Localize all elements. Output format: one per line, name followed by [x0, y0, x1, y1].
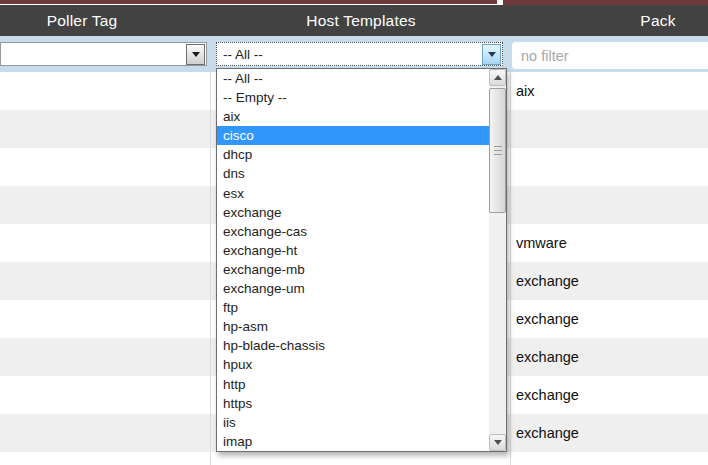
arrow-down-glyph — [488, 52, 496, 57]
poller-tag-cell — [0, 452, 211, 465]
dropdown-option[interactable]: -- Empty -- — [217, 88, 489, 107]
dropdown-option[interactable]: imap — [217, 432, 489, 451]
poller-tag-cell — [0, 300, 211, 338]
poller-tag-cell — [0, 376, 211, 414]
pack-cell: aix — [511, 72, 708, 110]
dropdown-option[interactable]: iis — [217, 413, 489, 432]
pack-cell: exchange — [511, 300, 708, 338]
pack-filter-input[interactable] — [512, 42, 708, 69]
host-templates-dropdown-list: -- All -- -- Empty -- aix cisco dhcp dns… — [216, 68, 507, 452]
host-templates-filter-select[interactable]: -- All -- — [216, 42, 503, 66]
table-header: Poller Tag Host Templates Pack — [0, 5, 708, 36]
arrow-down-icon — [494, 440, 502, 445]
pack-cell: exchange — [511, 376, 708, 414]
poller-tag-cell — [0, 338, 211, 376]
dropdown-arrow-icon[interactable] — [186, 44, 205, 65]
dropdown-option[interactable]: exchange-cas — [217, 222, 489, 241]
dropdown-option[interactable]: dhcp — [217, 145, 489, 164]
pack-cell — [511, 186, 708, 224]
dropdown-scrollbar[interactable] — [489, 69, 506, 451]
table-row[interactable] — [0, 452, 708, 465]
dropdown-option[interactable]: hp-blade-chassis — [217, 336, 489, 355]
scroll-up-button[interactable] — [489, 69, 506, 86]
host-template-cell — [211, 452, 511, 465]
poller-tag-cell — [0, 262, 211, 300]
poller-tag-cell — [0, 148, 211, 186]
dropdown-option[interactable]: esx — [217, 184, 489, 203]
host-list-table: Poller Tag Host Templates Pack -- All --… — [0, 0, 708, 465]
pack-cell: vmware — [511, 224, 708, 262]
dropdown-options: -- All -- -- Empty -- aix cisco dhcp dns… — [217, 69, 489, 451]
dropdown-option[interactable]: cisco — [217, 126, 489, 145]
dropdown-option[interactable]: https — [217, 394, 489, 413]
scrollbar-thumb[interactable] — [489, 88, 506, 213]
column-header-pack[interactable]: Pack — [608, 5, 708, 36]
dropdown-option[interactable]: exchange — [217, 203, 489, 222]
scroll-down-button[interactable] — [489, 434, 506, 451]
dropdown-arrow-icon[interactable] — [482, 44, 501, 65]
poller-tag-filter-select[interactable] — [0, 42, 207, 66]
dropdown-option[interactable]: ftp — [217, 298, 489, 317]
dropdown-option[interactable]: dns — [217, 164, 489, 183]
poller-tag-cell — [0, 110, 211, 148]
arrow-down-glyph — [192, 52, 200, 57]
dropdown-option[interactable]: -- All -- — [217, 69, 489, 88]
poller-tag-cell — [0, 414, 211, 452]
dropdown-option[interactable]: exchange-mb — [217, 260, 489, 279]
pack-cell — [511, 148, 708, 186]
poller-tag-cell — [0, 72, 211, 110]
filter-row: -- All -- — [0, 36, 708, 72]
poller-tag-cell — [0, 224, 211, 262]
column-header-host-templates[interactable]: Host Templates — [211, 5, 511, 36]
pack-cell: exchange — [511, 338, 708, 376]
pack-cell: exchange — [511, 414, 708, 452]
dropdown-option[interactable]: aix — [217, 107, 489, 126]
pack-cell — [511, 452, 708, 465]
dropdown-option[interactable]: http — [217, 375, 489, 394]
dropdown-option[interactable]: exchange-um — [217, 279, 489, 298]
host-templates-filter-value: -- All -- — [217, 44, 482, 65]
scrollbar-grip-icon — [494, 146, 502, 155]
poller-tag-cell — [0, 186, 211, 224]
dropdown-option[interactable]: exchange-ht — [217, 241, 489, 260]
pack-cell: exchange — [511, 262, 708, 300]
pack-cell — [511, 110, 708, 148]
column-header-poller-tag[interactable]: Poller Tag — [0, 5, 164, 36]
dropdown-option[interactable]: hp-asm — [217, 317, 489, 336]
dropdown-option[interactable]: hpux — [217, 355, 489, 374]
arrow-up-icon — [494, 75, 502, 80]
